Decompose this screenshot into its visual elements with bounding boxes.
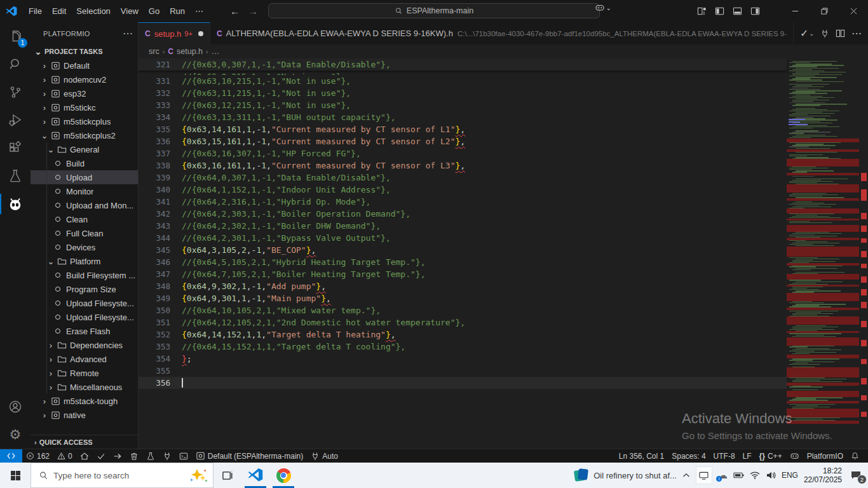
code-line[interactable]: 334//{0x63,13,311,1,-1,"BUH output capac…	[139, 111, 787, 123]
start-button[interactable]	[0, 463, 31, 488]
settings-gear-icon[interactable]: ⚙	[0, 421, 31, 449]
status-pio-monitor[interactable]	[159, 449, 175, 463]
battery-icon[interactable]	[733, 471, 744, 479]
accounts-icon[interactable]	[0, 393, 31, 421]
copilot-button[interactable]: ⌄	[595, 3, 611, 13]
code-line[interactable]: 339//{0x64,0,307,1,-1,"Data Enable/Disab…	[139, 172, 787, 184]
sidebar-item-m5stack-tough[interactable]: ›m5stack-tough	[31, 394, 138, 408]
sidebar-item-full-clean[interactable]: Full Clean	[31, 226, 138, 240]
sidebar-item-remote[interactable]: ›Remote	[31, 366, 138, 380]
sidebar-item-clean[interactable]: Clean	[31, 212, 138, 226]
code-line[interactable]: 335{0x63,14,161,1,-1,"Current measured b…	[139, 123, 787, 135]
status-eol[interactable]: LF	[739, 449, 756, 463]
code-line[interactable]: 356	[139, 377, 787, 389]
menu-go[interactable]: Go	[144, 4, 165, 18]
status-pio-terminal[interactable]	[175, 449, 192, 463]
sidebar-item-esp32[interactable]: ›esp32	[31, 86, 138, 100]
sidebar-item-default[interactable]: ›Default	[31, 58, 138, 72]
sidebar-item-miscellaneous[interactable]: ›Miscellaneous	[31, 380, 138, 394]
status-pio-port[interactable]: Auto	[307, 449, 342, 463]
sidebar-item-m5stickc[interactable]: ›m5stickc	[31, 100, 138, 114]
sidebar-item-m5stickcplus[interactable]: ›m5stickcplus	[31, 114, 138, 128]
breadcrumb[interactable]: src › C setup.h › …	[139, 44, 868, 58]
code-line[interactable]: 346//{0x64,5,105,2,1,"Hybrid Heating Tar…	[139, 256, 787, 268]
taskbar-clock[interactable]: 18:22 22/07/2025	[804, 466, 842, 484]
minimap[interactable]	[787, 58, 859, 449]
wifi-icon[interactable]	[750, 471, 760, 479]
close-button[interactable]	[839, 0, 868, 22]
sidebar-item-upload-filesyste[interactable]: Upload Filesyste...	[31, 296, 138, 310]
tab-altherma-h[interactable]: C ALTHERMA(EBLA-EDLA EWAA-EWYA D SERIES …	[210, 22, 794, 44]
code-line[interactable]: 338{0x63,16,161,1,-1,"Current measured b…	[139, 159, 787, 172]
sidebar-item-erase-flash[interactable]: Erase Flash	[31, 324, 138, 338]
testing-icon[interactable]	[0, 162, 31, 190]
code-line[interactable]: 343//{0x64,2,302,1,-1,"Boiler DHW Demand…	[139, 220, 787, 232]
status-cursor-position[interactable]: Ln 356, Col 1	[615, 449, 668, 463]
code-line[interactable]: 331//{0x63,10,215,1,-1,"Not in use"},	[139, 75, 787, 87]
taskbar-search[interactable]	[31, 463, 214, 488]
breadcrumb-folder[interactable]: src	[149, 47, 159, 56]
status-errors[interactable]: 162	[22, 449, 53, 463]
status-language[interactable]: {}C++	[756, 449, 786, 463]
status-remote[interactable]	[0, 449, 22, 463]
sidebar-more-icon[interactable]: ⋯	[123, 27, 133, 39]
tab-setup-h[interactable]: C setup.h 9+	[139, 22, 210, 44]
menu-file[interactable]: File	[24, 4, 47, 18]
sidebar-item-upload[interactable]: Upload	[31, 170, 138, 184]
sidebar-item-monitor[interactable]: Monitor	[31, 184, 138, 198]
back-arrow-icon[interactable]: ←	[230, 6, 240, 17]
sidebar-item-general[interactable]: ⌄General	[31, 142, 138, 156]
sidebar-item-build-filesystem[interactable]: Build Filesystem ...	[31, 268, 138, 282]
sidebar-item-program-size[interactable]: Program Size	[31, 282, 138, 296]
menu-view[interactable]: View	[116, 4, 144, 18]
status-pio-clean[interactable]	[126, 449, 142, 463]
sidebar-item-devices[interactable]: Devices	[31, 240, 138, 254]
code-line[interactable]: //{0x63,9,215,1,-1,"Not in use"},	[139, 71, 787, 75]
code-line[interactable]: 333//{0x63,12,215,1,-1,"Not in use"},	[139, 99, 787, 111]
volume-icon[interactable]	[766, 471, 776, 480]
code-line[interactable]: 351//{0x64,12,105,2,1,"2nd Domestic hot …	[139, 316, 787, 329]
more-actions-icon[interactable]: ⋯	[849, 26, 864, 41]
sidebar-item-upload-and-mon[interactable]: Upload and Mon...	[31, 198, 138, 212]
sidebar-item-m5stickcplus2[interactable]: ⌄m5stickcplus2	[31, 128, 138, 142]
onedrive-icon[interactable]: ☁i	[718, 470, 728, 481]
status-platformio[interactable]: PlatformIO	[803, 449, 847, 463]
breadcrumb-symbol[interactable]: …	[212, 47, 220, 56]
serial-monitor-icon[interactable]	[818, 26, 832, 41]
menu-edit[interactable]: Edit	[47, 4, 71, 18]
code-line[interactable]: 336{0x63,15,161,1,-1,"Current measured b…	[139, 135, 787, 147]
toggle-primary-sidebar-icon[interactable]	[710, 3, 728, 20]
run-debug-icon[interactable]	[0, 106, 31, 134]
customize-layout-icon[interactable]	[693, 3, 710, 20]
task-view-button[interactable]	[214, 463, 241, 488]
code-line[interactable]: 342//{0x64,2,303,1,-1,"Boiler Operation …	[139, 208, 787, 220]
menu-run[interactable]: Run	[165, 4, 190, 18]
project-tasks-section[interactable]: ⌄ PROJECT TASKS	[31, 44, 138, 58]
breadcrumb-file[interactable]: setup.h	[177, 47, 203, 56]
run-task-button[interactable]: ✓⌄	[797, 26, 817, 41]
modified-dot-icon[interactable]	[198, 31, 203, 36]
extensions-icon[interactable]	[0, 134, 31, 162]
vscode-taskbar-button[interactable]	[241, 463, 269, 488]
code-line[interactable]: 349{0x64,9,301,1,-1,"Main pump"},	[139, 292, 787, 304]
sidebar-item-platform[interactable]: ⌄Platform	[31, 254, 138, 268]
sidebar-item-advanced[interactable]: ›Advanced	[31, 352, 138, 366]
source-control-icon[interactable]	[0, 78, 31, 106]
split-editor-icon[interactable]	[833, 26, 848, 41]
code-line[interactable]: 347//{0x64,7,105,2,1,"Boiler Heating Tar…	[139, 268, 787, 280]
code-line[interactable]: 340//{0x64,1,152,1,-1,"Indoor Unit Addre…	[139, 184, 787, 196]
toggle-panel-icon[interactable]	[728, 3, 746, 20]
explorer-icon[interactable]: 1	[0, 22, 31, 50]
restore-button[interactable]	[810, 0, 839, 22]
toggle-secondary-sidebar-icon[interactable]	[746, 3, 764, 20]
code-line[interactable]: 337//{0x63,16,307,1,-1,"HP Forced FG"},	[139, 147, 787, 159]
status-warnings[interactable]: 0	[53, 449, 76, 463]
notification-center-button[interactable]: 2	[848, 468, 864, 483]
forward-arrow-icon[interactable]: →	[248, 6, 258, 17]
code-line[interactable]: 355	[139, 365, 787, 377]
status-pio-upload[interactable]	[109, 449, 126, 463]
news-widget[interactable]: Oil refinery to shut af...	[574, 469, 677, 482]
code-line[interactable]: 353//{0x64,15,152,1,1,"Target delta T co…	[139, 341, 787, 353]
sidebar-item-dependencies[interactable]: ›Dependencies	[31, 338, 138, 352]
code-line[interactable]: 354};	[139, 353, 787, 365]
